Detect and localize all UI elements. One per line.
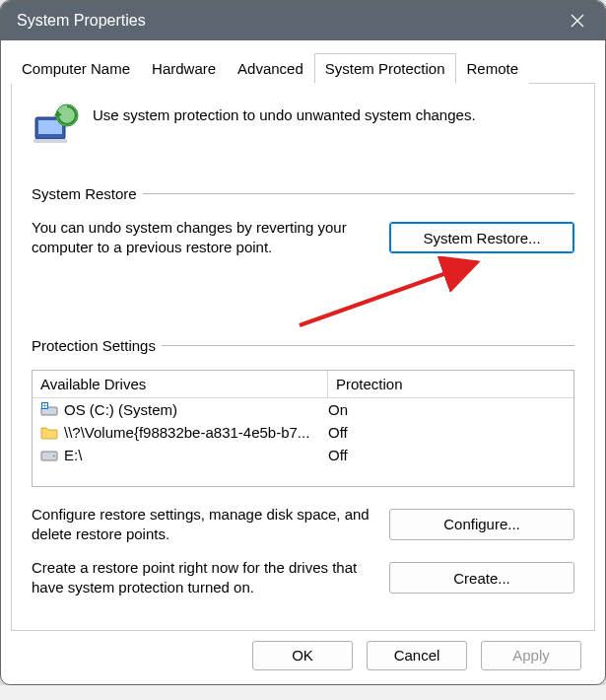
- drives-table-header: Available Drives Protection: [33, 371, 573, 398]
- titlebar: System Properties: [1, 1, 605, 40]
- apply-button[interactable]: Apply: [481, 641, 581, 670]
- folder-icon: [40, 424, 58, 440]
- table-row[interactable]: E:\ Off: [33, 444, 573, 466]
- system-restore-title: System Restore: [32, 185, 143, 202]
- system-protection-icon: [32, 102, 79, 152]
- table-row[interactable]: OS (C:) (System) On: [33, 398, 573, 421]
- header-protection[interactable]: Protection: [328, 371, 573, 397]
- header-available-drives[interactable]: Available Drives: [33, 371, 328, 397]
- drive-name: OS (C:) (System): [64, 401, 177, 418]
- svg-rect-4: [34, 139, 67, 143]
- svg-point-15: [53, 455, 55, 457]
- system-restore-text: You can undo system changes by reverting…: [32, 218, 371, 258]
- configure-button[interactable]: Configure...: [389, 509, 574, 540]
- protection-settings-title: Protection Settings: [32, 337, 162, 354]
- tab-hardware[interactable]: Hardware: [141, 53, 227, 84]
- drive-protection: Off: [328, 424, 566, 441]
- drive-name: \\?\Volume{f98832be-a831-4e5b-b7...: [64, 424, 309, 441]
- disk-win-icon: [40, 401, 58, 417]
- intro-text: Use system protection to undo unwanted s…: [93, 102, 574, 125]
- tab-advanced[interactable]: Advanced: [227, 53, 314, 84]
- dialog-footer: OK Cancel Apply: [11, 631, 595, 670]
- ok-button[interactable]: OK: [252, 641, 353, 670]
- tab-panel: Use system protection to undo unwanted s…: [11, 84, 595, 631]
- tab-strip: Computer Name Hardware Advanced System P…: [11, 52, 595, 84]
- drives-table: Available Drives Protection OS (C:) (Sys…: [32, 370, 574, 487]
- group-divider: [143, 193, 574, 194]
- system-properties-window: System Properties Computer Name Hardware…: [0, 0, 606, 685]
- system-restore-group: System Restore You can undo system chang…: [32, 185, 574, 310]
- close-button[interactable]: [556, 5, 599, 36]
- client-area: Computer Name Hardware Advanced System P…: [1, 40, 605, 684]
- create-button[interactable]: Create...: [389, 562, 574, 594]
- svg-rect-10: [42, 403, 44, 405]
- tab-computer-name[interactable]: Computer Name: [11, 53, 141, 84]
- protection-settings-group: Protection Settings Available Drives Pro…: [32, 337, 574, 598]
- system-restore-button[interactable]: System Restore...: [389, 222, 574, 253]
- drive-protection: On: [328, 401, 566, 418]
- drive-protection: Off: [328, 447, 566, 463]
- group-divider: [162, 345, 574, 346]
- svg-rect-13: [45, 406, 47, 408]
- svg-rect-11: [45, 403, 47, 405]
- drives-table-body: OS (C:) (System) On \\?\Volume{f98832be-…: [33, 398, 573, 486]
- window-title: System Properties: [17, 12, 146, 30]
- tab-system-protection[interactable]: System Protection: [314, 53, 456, 84]
- cancel-button[interactable]: Cancel: [367, 641, 467, 670]
- drive-name: E:\: [64, 447, 82, 463]
- create-text: Create a restore point right now for the…: [32, 558, 371, 598]
- configure-text: Configure restore settings, manage disk …: [32, 505, 371, 545]
- tab-remote[interactable]: Remote: [456, 53, 530, 84]
- close-icon: [571, 14, 584, 28]
- table-row[interactable]: \\?\Volume{f98832be-a831-4e5b-b7... Off: [33, 421, 573, 444]
- intro-row: Use system protection to undo unwanted s…: [32, 102, 574, 152]
- disk-icon: [40, 447, 58, 462]
- svg-rect-12: [42, 406, 44, 408]
